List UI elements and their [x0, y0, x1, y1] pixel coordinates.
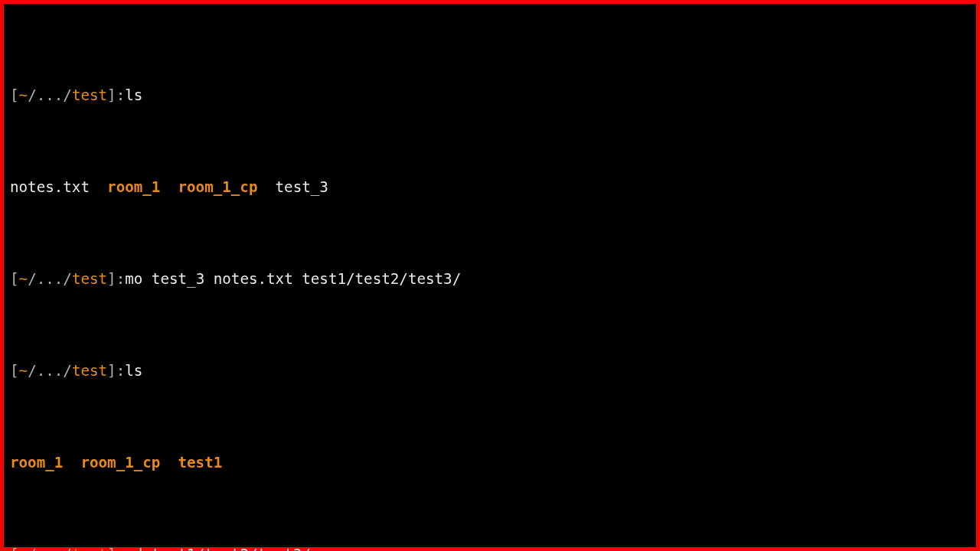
- command-text: cd test1/test2/test3/: [125, 546, 311, 551]
- prompt-sep: /.../: [28, 362, 72, 380]
- prompt-end: ]:: [107, 546, 125, 551]
- terminal-line: [~/.../test]:ls: [10, 362, 970, 380]
- gap: [160, 454, 178, 471]
- command-text: ls: [125, 86, 142, 104]
- terminal-line: [~/.../test]:mo test_3 notes.txt test1/t…: [10, 270, 970, 289]
- prompt-sep: /.../: [28, 270, 72, 288]
- prompt-tilde: ~: [19, 546, 28, 551]
- terminal-window[interactable]: [~/.../test]:ls notes.txt room_1 room_1_…: [4, 4, 976, 547]
- ls-output: notes.txt room_1 room_1_cp test_3: [10, 178, 970, 197]
- prompt-sep: /.../: [28, 86, 72, 104]
- prompt-tilde: ~: [19, 86, 28, 104]
- prompt-bracket: [: [10, 362, 19, 380]
- gap: [160, 178, 178, 196]
- prompt-end: ]:: [107, 86, 125, 104]
- dir: room_1_cp: [80, 454, 160, 471]
- prompt-end: ]:: [107, 270, 125, 288]
- dir: room_1: [107, 178, 160, 196]
- terminal-line: [~/.../test]:cd test1/test2/test3/: [10, 546, 970, 551]
- file: test_3: [257, 178, 328, 196]
- prompt-tilde: ~: [19, 362, 28, 380]
- command-text: ls: [125, 362, 142, 380]
- dir: room_1: [10, 454, 63, 471]
- prompt-bracket: [: [10, 270, 19, 288]
- file: notes.txt: [10, 178, 107, 196]
- prompt-bracket: [: [10, 86, 19, 104]
- dir: test1: [178, 454, 223, 471]
- prompt-sep: /.../: [28, 546, 72, 551]
- prompt-end: ]:: [107, 362, 125, 380]
- ls-output: room_1 room_1_cp test1: [10, 454, 970, 472]
- prompt-dir: test: [72, 86, 107, 104]
- prompt-dir: test: [72, 546, 107, 551]
- gap: [63, 454, 80, 471]
- command-text: mo test_3 notes.txt test1/test2/test3/: [125, 270, 461, 288]
- prompt-dir: test: [72, 270, 107, 288]
- prompt-dir: test: [72, 362, 107, 380]
- prompt-tilde: ~: [19, 270, 28, 288]
- terminal-line: [~/.../test]:ls: [10, 86, 970, 105]
- dir: room_1_cp: [178, 178, 258, 196]
- prompt-bracket: [: [10, 546, 19, 551]
